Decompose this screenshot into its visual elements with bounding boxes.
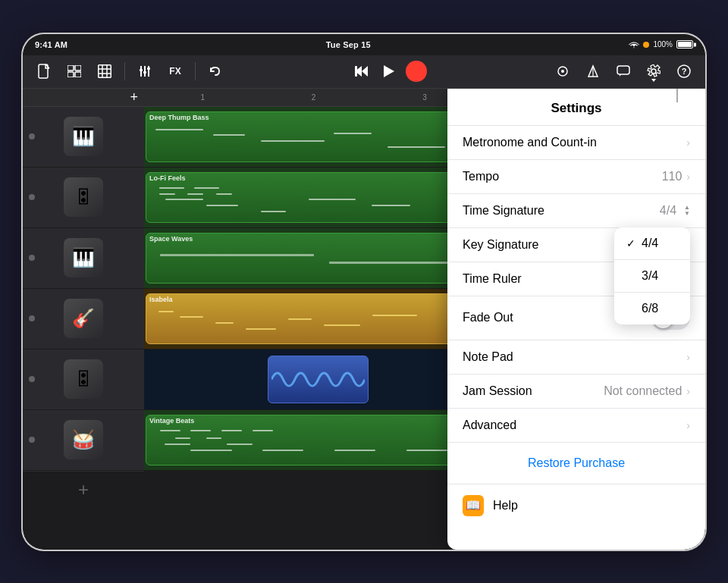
settings-label-metronome: Metronome and Count-in	[463, 136, 686, 149]
instrument-icon-6: 🥁	[64, 420, 103, 459]
volume-button[interactable]	[551, 59, 575, 83]
new-song-icon	[37, 64, 51, 79]
settings-label-advanced: Advanced	[463, 418, 686, 432]
block-4-1[interactable]: Isabela	[146, 293, 454, 344]
track-item-3[interactable]: 🎹	[23, 228, 144, 289]
help-book-icon: 📖	[466, 498, 481, 512]
ts-option-44[interactable]: ✓ 4/4	[614, 227, 690, 260]
settings-row-time-sig[interactable]: Time Signature 4/4 ▲ ▼ ✓ 4/4	[447, 194, 705, 228]
svg-rect-2	[75, 65, 81, 71]
help-row[interactable]: 📖 Help	[447, 484, 705, 527]
status-icons: 100%	[629, 40, 693, 49]
ts-option-68[interactable]: ✓ 6/8	[614, 293, 690, 324]
help-label: Help	[493, 499, 518, 512]
status-time: 9:41 AM	[35, 40, 67, 49]
undo-button[interactable]	[203, 59, 228, 83]
transport-controls	[350, 59, 428, 83]
chevron-note-pad: ›	[686, 351, 690, 363]
rewind-icon	[355, 65, 369, 77]
track-dot-2	[29, 194, 35, 200]
block-5-1[interactable]	[268, 356, 369, 403]
instrument-icon-3: 🎹	[64, 238, 103, 277]
help-icon-wrap: 📖	[463, 495, 484, 516]
block-pattern-5-1	[271, 358, 365, 401]
track-dot-4	[29, 315, 35, 321]
block-label-1-1: Deep Thump Bass	[149, 114, 467, 121]
svg-rect-13	[140, 69, 143, 71]
orange-dot	[643, 42, 649, 48]
block-2-1[interactable]: Lo-Fi Feels	[146, 172, 471, 223]
settings-row-jam-session[interactable]: Jam Session Not connected ›	[447, 375, 705, 409]
chat-button[interactable]	[611, 59, 635, 83]
ts-value-44: 4/4	[642, 237, 658, 250]
track-dot-6	[29, 437, 35, 443]
play-button[interactable]	[377, 59, 401, 83]
chevron-jam-session: ›	[686, 385, 690, 397]
settings-icon	[647, 64, 661, 78]
help-button[interactable]: ?	[672, 59, 696, 83]
record-indicator	[406, 61, 427, 82]
chevron-metronome: ›	[686, 136, 690, 149]
track-view-icon	[67, 65, 81, 77]
svg-rect-9	[99, 65, 111, 78]
mixer-button[interactable]	[133, 59, 157, 83]
add-track-button-top[interactable]: +	[130, 89, 138, 105]
instrument-icon-4: 🎸	[64, 299, 103, 338]
ts-checkmark-44: ✓	[626, 237, 635, 249]
record-button[interactable]	[404, 59, 428, 83]
ts-option-34[interactable]: ✓ 3/4	[614, 260, 690, 293]
battery-icon	[676, 40, 693, 49]
settings-list: Metronome and Count-in › Tempo 110 › Tim…	[447, 126, 705, 550]
ipad-frame: 9:41 AM Tue Sep 15 100%	[23, 34, 705, 550]
svg-text:?: ?	[682, 67, 687, 76]
chevron-tempo: ›	[686, 171, 690, 183]
instrument-icon-5: 🎛	[64, 359, 103, 399]
restore-purchase-row[interactable]: Restore Purchase	[447, 443, 705, 484]
play-icon	[383, 64, 395, 78]
toolbar: FX	[23, 55, 705, 89]
svg-rect-15	[147, 67, 150, 70]
instrument-icon-2: 🎛	[64, 177, 103, 217]
grid-button[interactable]	[93, 59, 117, 83]
settings-label-time-sig: Time Signature	[463, 204, 660, 218]
settings-panel: Settings Metronome and Count-in › Tempo …	[447, 89, 705, 550]
ruler-mark-2: 2	[258, 93, 369, 102]
track-dot-3	[29, 255, 35, 261]
settings-row-note-pad[interactable]: Note Pad ›	[447, 340, 705, 375]
add-track-button-bottom[interactable]: +	[23, 471, 144, 509]
block-pattern-2-1	[149, 182, 467, 221]
settings-label-jam-session: Jam Session	[463, 384, 604, 398]
track-item-2[interactable]: 🎛	[23, 168, 144, 228]
instrument-icon-1: 🎹	[64, 117, 103, 156]
svg-marker-19	[384, 65, 394, 77]
track-item-1[interactable]: 🎹	[23, 107, 144, 168]
fx-button[interactable]: FX	[163, 59, 187, 83]
settings-pointer	[676, 89, 678, 102]
settings-value-jam-session: Not connected	[604, 384, 682, 398]
toolbar-sep-2	[195, 62, 196, 80]
track-item-5[interactable]: 🎛	[23, 349, 144, 410]
settings-value-time-sig: 4/4	[660, 204, 676, 218]
status-date: Tue Sep 15	[326, 40, 371, 49]
settings-button[interactable]	[642, 59, 666, 83]
mixer-icon	[138, 64, 152, 78]
undo-icon	[209, 64, 222, 78]
settings-row-metronome[interactable]: Metronome and Count-in ›	[447, 126, 705, 160]
volume-icon	[555, 65, 570, 77]
block-1-1[interactable]: Deep Thump Bass	[146, 111, 471, 162]
track-item-4[interactable]: 🎸	[23, 289, 144, 349]
settings-row-advanced[interactable]: Advanced ›	[447, 409, 705, 443]
time-sig-stepper[interactable]: ▲ ▼	[684, 205, 690, 217]
settings-row-tempo[interactable]: Tempo 110 ›	[447, 160, 705, 194]
block-pattern-4-1	[149, 303, 450, 342]
restore-purchase-label[interactable]: Restore Purchase	[528, 456, 625, 469]
battery-percent: 100%	[653, 40, 673, 49]
toolbar-sep-1	[124, 62, 125, 80]
track-item-6[interactable]: 🥁	[23, 410, 144, 471]
new-song-button[interactable]	[32, 59, 56, 83]
metronome-icon	[587, 64, 599, 78]
svg-rect-0	[39, 64, 48, 78]
track-view-button[interactable]	[62, 59, 86, 83]
metronome-button[interactable]	[581, 59, 605, 83]
rewind-button[interactable]	[350, 59, 374, 83]
